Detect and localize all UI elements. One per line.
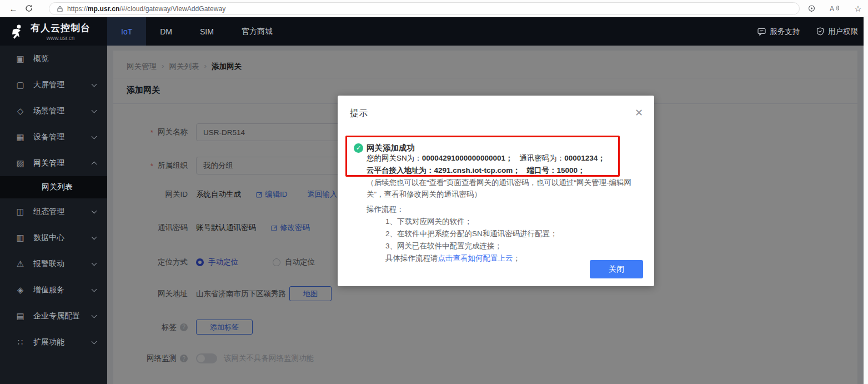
gateway-icon: ▨ xyxy=(16,158,25,168)
chevron-down-icon xyxy=(92,338,97,344)
sidebar-item-extensions[interactable]: ∷ 扩展功能 xyxy=(0,329,107,355)
browser-refresh-icon[interactable] xyxy=(21,2,37,15)
sn-value: 00004291000000000001； xyxy=(422,154,513,162)
how-to-configure-link[interactable]: 点击查看如何配置上云 xyxy=(438,253,513,263)
step-1: 1、下载对应网关的软件； xyxy=(385,217,472,227)
sidebar-subitem-gateway-list[interactable]: 网关列表 xyxy=(0,176,107,198)
sidebar-item-config-mgmt[interactable]: ◫ 组态管理 xyxy=(0,198,107,225)
overview-icon: ▣ xyxy=(16,54,25,64)
product-tabs: IoT DM SIM 官方商城 xyxy=(107,17,287,46)
chevron-down-icon xyxy=(92,133,97,139)
browser-chrome: ← https://mp.usr.cn/#/cloud/gateway/View… xyxy=(0,0,868,17)
sidebar-nav: ▣ 概览 ▢ 大屏管理 ◇ 场景管理 ▦ 设备管理 ▨ 网关管理 网关列表 ◫ … xyxy=(0,46,107,384)
sidebar-item-enterprise-config[interactable]: ▤ 企业专属配置 xyxy=(0,303,107,329)
sidebar-item-data-center[interactable]: ▥ 数据中心 xyxy=(0,225,107,251)
success-title: 网关添加成功 xyxy=(367,143,415,153)
app-title: 有人云控制台 xyxy=(31,22,91,34)
sidebar-item-alarm-linkage[interactable]: ⚠ 报警联动 xyxy=(0,251,107,277)
enterprise-icon: ▤ xyxy=(16,311,25,321)
data-center-icon: ▥ xyxy=(16,233,25,243)
server-line: 云平台接入地址为：4291.cnsh.iot-tcp.com； 端口号：1500… xyxy=(367,166,585,176)
screen-icon: ▢ xyxy=(16,80,25,90)
chevron-down-icon xyxy=(92,286,97,292)
config-icon: ◫ xyxy=(16,207,25,217)
browser-favorite-star-icon[interactable]: ☆ xyxy=(852,2,864,16)
address-bar[interactable]: https://mp.usr.cn/#/cloud/gateway/ViewAd… xyxy=(49,2,800,15)
alarm-icon: ⚠ xyxy=(16,259,25,269)
password-value: 00001234； xyxy=(564,154,605,162)
chevron-down-icon xyxy=(92,234,97,240)
step-2: 2、在软件中把系统分配的SN和通讯密码进行配置； xyxy=(385,229,558,239)
step-3: 3、网关已在软件中配置完成连接； xyxy=(385,241,502,251)
app-subtitle: www.usr.cn xyxy=(47,35,75,41)
page-scrollbar[interactable] xyxy=(864,17,868,384)
chat-icon xyxy=(757,28,766,36)
extension-icon: ∷ xyxy=(16,337,25,347)
success-check-icon: ✓ xyxy=(354,143,363,153)
chevron-down-icon xyxy=(92,81,97,87)
sidebar-item-device-mgmt[interactable]: ▦ 设备管理 xyxy=(0,124,107,150)
tab-sim[interactable]: SIM xyxy=(186,17,228,46)
server-value: 4291.cnsh.iot-tcp.com； xyxy=(434,166,520,174)
lock-icon xyxy=(57,6,63,12)
usr-person-icon xyxy=(9,23,26,40)
chevron-down-icon xyxy=(92,260,97,266)
browser-read-aloud-icon[interactable]: A xyxy=(829,2,840,16)
close-icon[interactable]: ✕ xyxy=(635,108,643,118)
device-icon: ▦ xyxy=(16,132,25,142)
success-dialog: 提示 ✕ ✓ 网关添加成功 您的网关SN为：000042910000000000… xyxy=(338,96,654,286)
browser-back-icon[interactable]: ← xyxy=(6,2,21,15)
browser-tracking-icon[interactable] xyxy=(806,2,817,16)
tab-dm[interactable]: DM xyxy=(146,17,186,46)
sidebar-item-value-added-services[interactable]: ◈ 增值服务 xyxy=(0,277,107,303)
close-button[interactable]: 关闭 xyxy=(590,260,643,278)
vas-icon: ◈ xyxy=(16,285,25,295)
app-logo[interactable]: 有人云控制台 www.usr.cn xyxy=(0,17,107,46)
chevron-down-icon xyxy=(92,312,97,318)
dialog-note: （后续您也可以在“查看”页面查看网关的通讯密码，也可以通过“网关管理-编辑网关”… xyxy=(367,177,632,200)
screenshot-stage: ← https://mp.usr.cn/#/cloud/gateway/View… xyxy=(0,0,868,384)
dialog-title: 提示 xyxy=(350,108,368,119)
chevron-down-icon xyxy=(92,208,97,213)
user-permission-link[interactable]: 用户权限 xyxy=(816,27,858,37)
chevron-up-icon xyxy=(92,162,97,167)
sn-line: 您的网关SN为：00004291000000000001； 通讯密码为：0000… xyxy=(367,153,605,163)
shield-icon xyxy=(816,27,824,36)
url-text: https://mp.usr.cn/#/cloud/gateway/ViewAd… xyxy=(67,5,225,13)
tab-official-store[interactable]: 官方商城 xyxy=(228,17,287,46)
sidebar-item-gateway-mgmt[interactable]: ▨ 网关管理 xyxy=(0,150,107,176)
sidebar-item-scene-mgmt[interactable]: ◇ 场景管理 xyxy=(0,98,107,124)
top-navbar: 有人云控制台 www.usr.cn IoT DM SIM 官方商城 服务支持 用… xyxy=(0,17,864,46)
svg-text:A: A xyxy=(830,5,834,13)
detail-line: 具体操作流程请点击查看如何配置上云； xyxy=(385,253,520,263)
port-value: 15000； xyxy=(557,166,585,174)
steps-title: 操作流程： xyxy=(367,205,404,215)
scene-icon: ◇ xyxy=(16,106,25,116)
chevron-down-icon xyxy=(92,107,97,113)
tab-iot[interactable]: IoT xyxy=(107,17,146,46)
sidebar-item-screen-mgmt[interactable]: ▢ 大屏管理 xyxy=(0,72,107,98)
service-support-link[interactable]: 服务支持 xyxy=(757,27,800,37)
sidebar-item-overview[interactable]: ▣ 概览 xyxy=(0,46,107,72)
